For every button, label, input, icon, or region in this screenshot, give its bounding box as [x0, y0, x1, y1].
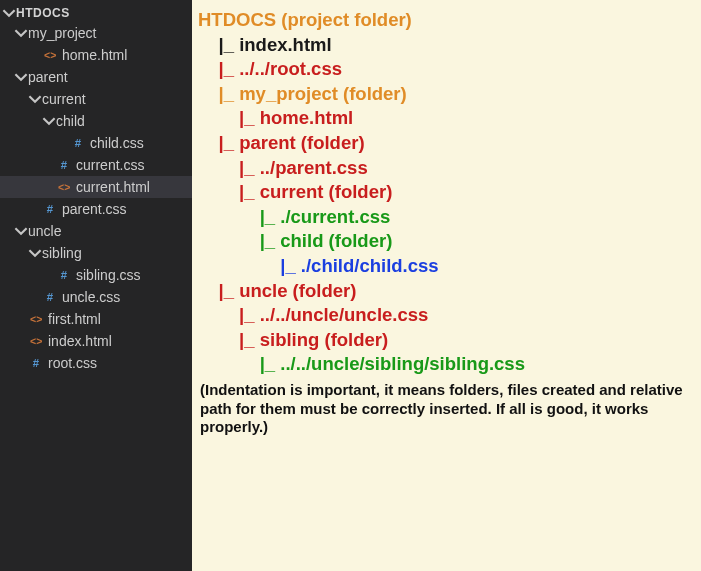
file-item-index.html[interactable]: <>index.html — [0, 330, 192, 352]
tree-item-label: my_project — [28, 25, 188, 41]
file-item-current.css[interactable]: #current.css — [0, 154, 192, 176]
file-item-current.html[interactable]: <>current.html — [0, 176, 192, 198]
svg-text:<>: <> — [30, 313, 42, 325]
folder-item-uncle[interactable]: uncle — [0, 220, 192, 242]
css-file-icon: # — [28, 356, 46, 370]
svg-text:#: # — [61, 269, 68, 281]
svg-text:<>: <> — [44, 49, 56, 61]
diagram-line: |_ uncle (folder) — [198, 279, 697, 304]
diagram-line: |_ sibling (folder) — [198, 328, 697, 353]
chevron-down-icon — [2, 6, 16, 20]
folder-item-parent[interactable]: parent — [0, 66, 192, 88]
file-item-root.css[interactable]: #root.css — [0, 352, 192, 374]
tree-item-label: root.css — [48, 355, 188, 371]
diagram-line: |_ ./child/child.css — [198, 254, 697, 279]
file-item-uncle.css[interactable]: #uncle.css — [0, 286, 192, 308]
svg-text:#: # — [33, 357, 40, 369]
chevron-down-icon — [42, 114, 56, 128]
folder-item-child[interactable]: child — [0, 110, 192, 132]
diagram-line: |_ ../../uncle/sibling/sibling.css — [198, 352, 697, 377]
chevron-down-icon — [14, 70, 28, 84]
diagram-line: |_ index.html — [198, 33, 697, 58]
tree-item-label: current.css — [76, 157, 188, 173]
file-item-child.css[interactable]: #child.css — [0, 132, 192, 154]
file-item-parent.css[interactable]: #parent.css — [0, 198, 192, 220]
tree-item-label: sibling.css — [76, 267, 188, 283]
diagram-line: |_ ../../uncle/uncle.css — [198, 303, 697, 328]
css-file-icon: # — [42, 290, 60, 304]
tree-item-label: first.html — [48, 311, 188, 327]
tree-item-label: child.css — [90, 135, 188, 151]
tree-item-label: uncle — [28, 223, 188, 239]
folder-item-current[interactable]: current — [0, 88, 192, 110]
diagram-panel: HTDOCS (project folder) |_ index.html |_… — [192, 0, 701, 571]
tree-item-label: parent — [28, 69, 188, 85]
css-file-icon: # — [70, 136, 88, 150]
svg-text:#: # — [47, 291, 54, 303]
css-file-icon: # — [56, 268, 74, 282]
diagram-line: |_ home.html — [198, 106, 697, 131]
tree-item-label: uncle.css — [62, 289, 188, 305]
file-explorer-sidebar: HTDOCS my_project<>home.htmlparentcurren… — [0, 0, 192, 571]
tree-item-label: child — [56, 113, 188, 129]
diagram-note: (Indentation is important, it means fold… — [198, 377, 697, 437]
svg-text:<>: <> — [58, 181, 70, 193]
chevron-down-icon — [14, 224, 28, 238]
diagram-line: HTDOCS (project folder) — [198, 8, 697, 33]
diagram-line: |_ parent (folder) — [198, 131, 697, 156]
folder-item-my_project[interactable]: my_project — [0, 22, 192, 44]
tree-item-label: index.html — [48, 333, 188, 349]
tree-item-label: parent.css — [62, 201, 188, 217]
explorer-root-header[interactable]: HTDOCS — [0, 4, 192, 22]
diagram-line: |_ current (folder) — [198, 180, 697, 205]
html-file-icon: <> — [56, 180, 74, 194]
diagram-line: |_ ../parent.css — [198, 156, 697, 181]
svg-text:#: # — [61, 159, 68, 171]
diagram-line: |_ child (folder) — [198, 229, 697, 254]
chevron-down-icon — [14, 26, 28, 40]
html-file-icon: <> — [28, 312, 46, 326]
file-item-first.html[interactable]: <>first.html — [0, 308, 192, 330]
svg-text:<>: <> — [30, 335, 42, 347]
chevron-down-icon — [28, 246, 42, 260]
folder-item-sibling[interactable]: sibling — [0, 242, 192, 264]
diagram-line: |_ ./current.css — [198, 205, 697, 230]
file-item-home.html[interactable]: <>home.html — [0, 44, 192, 66]
chevron-down-icon — [28, 92, 42, 106]
explorer-root-label: HTDOCS — [16, 6, 186, 20]
svg-text:#: # — [75, 137, 82, 149]
diagram-line: |_ ../../root.css — [198, 57, 697, 82]
tree-item-label: sibling — [42, 245, 188, 261]
css-file-icon: # — [56, 158, 74, 172]
diagram-line: |_ my_project (folder) — [198, 82, 697, 107]
tree-item-label: home.html — [62, 47, 188, 63]
tree-item-label: current.html — [76, 179, 188, 195]
tree-item-label: current — [42, 91, 188, 107]
svg-text:#: # — [47, 203, 54, 215]
file-item-sibling.css[interactable]: #sibling.css — [0, 264, 192, 286]
css-file-icon: # — [42, 202, 60, 216]
html-file-icon: <> — [28, 334, 46, 348]
html-file-icon: <> — [42, 48, 60, 62]
